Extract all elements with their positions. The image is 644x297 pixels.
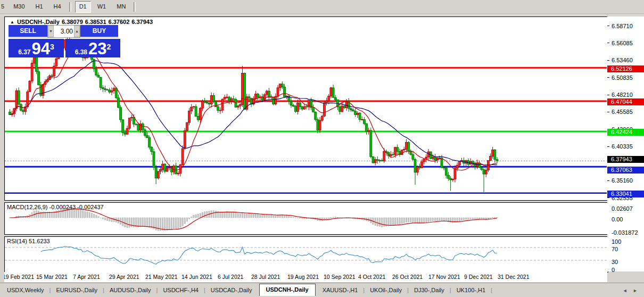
chart-tab-eurusd-daily[interactable]: EURUSD-,Daily <box>51 285 103 296</box>
price-scale-label: 6.53460 <box>612 57 633 63</box>
candle-body <box>403 149 405 150</box>
tab-scroll-arrows[interactable]: ◄ ► <box>623 286 644 296</box>
macd-bar <box>98 217 99 218</box>
candle-body <box>418 167 420 168</box>
chart-tab-audusd-daily[interactable]: AUDUSD-,Daily <box>104 285 156 296</box>
candle-body <box>53 66 55 76</box>
volume-input[interactable] <box>54 26 74 37</box>
macd-bar <box>470 218 471 219</box>
price-scale-label: 6.45585 <box>612 109 633 115</box>
macd-bar <box>474 218 475 219</box>
ohlc-high: 6.38531 <box>85 19 106 25</box>
volume-increase-button[interactable]: ▲ <box>74 26 80 37</box>
candle-body <box>153 152 155 168</box>
macd-bar <box>151 218 152 228</box>
candle-body <box>31 63 33 81</box>
chart-tab-usdx-weekly[interactable]: USDX,Weekly <box>2 285 49 296</box>
macd-indicator-panel[interactable]: MACD(12,26,9) -0.000243 -0.002437 <box>4 202 608 235</box>
chart-tab-xauusd-h1[interactable]: XAUUSD-,H1 <box>317 285 364 296</box>
macd-bar <box>138 218 139 227</box>
trading-platform-window: 5M30H1H4D1W1MN ▲USDCNH-,Daily6.380796.38… <box>0 0 644 297</box>
macd-bar <box>472 218 473 219</box>
trade-panel-top-row: SELL ▼ ▲ BUY <box>9 25 120 38</box>
macd-bar <box>85 211 86 218</box>
macd-bar <box>459 218 460 221</box>
volume-decrease-button[interactable]: ▼ <box>48 26 54 37</box>
chart-tab-uk100-h1[interactable]: UK100-,H1 <box>451 285 491 296</box>
buy-button[interactable]: BUY <box>80 25 118 38</box>
macd-bar <box>204 212 205 218</box>
macd-bar <box>399 218 400 224</box>
macd-bar <box>191 217 192 218</box>
candle-body <box>312 108 315 112</box>
price-badge: 6.33041 <box>607 191 644 197</box>
candle-body <box>109 90 111 92</box>
candle-body <box>208 103 210 104</box>
candle-body <box>490 156 492 160</box>
candle-body <box>421 162 423 168</box>
timeframe-button-d1[interactable]: D1 <box>75 1 91 13</box>
macd-bar <box>242 212 243 218</box>
macd-bar <box>488 218 489 219</box>
chart-tab-usdcad-daily[interactable]: USDCAD-,Daily <box>205 285 258 296</box>
buy-price-prefix: 6.38 <box>75 48 87 56</box>
candle-body <box>485 170 487 174</box>
candle-body <box>210 95 212 104</box>
timeframe-button-w1[interactable]: W1 <box>93 1 111 13</box>
macd-bar <box>113 218 114 222</box>
chart-tab-usdcnh-daily[interactable]: USDCNH-,Daily <box>259 284 316 296</box>
price-scale-label: 6.35160 <box>612 177 633 184</box>
price-scale-tick <box>607 95 609 95</box>
tab-separator: | <box>491 285 492 296</box>
timeframe-button-h1[interactable]: H1 <box>31 1 47 13</box>
candle-body <box>275 96 277 104</box>
collapse-triangle-icon[interactable]: ▲ <box>10 20 14 24</box>
rsi-indicator-panel[interactable]: RSI(14) 51.6233 <box>4 236 608 273</box>
candle-body <box>432 157 434 159</box>
timeframe-button-h4[interactable]: H4 <box>49 1 65 13</box>
candle-body <box>137 125 139 130</box>
candle-body <box>361 119 363 120</box>
price-scale-column[interactable]: 6.587106.560856.534606.508356.482106.455… <box>607 16 644 271</box>
candle-body <box>423 159 425 162</box>
price-scale-tick <box>607 112 609 112</box>
date-axis-label: 19 Aug 2021 <box>287 274 319 280</box>
timeframe-button-mn[interactable]: MN <box>112 1 130 13</box>
chart-tab-ukoil-daily[interactable]: UKOil-,Daily <box>365 285 407 296</box>
chart-tab-dj30-daily[interactable]: DJ30-,Daily <box>409 285 450 296</box>
macd-bar <box>186 218 187 221</box>
price-badge: 6.37063 <box>607 167 644 174</box>
sell-button[interactable]: SELL <box>9 25 47 38</box>
candle-body <box>115 88 117 98</box>
macd-bar <box>220 212 221 218</box>
macd-scale-label: 0.02607 <box>612 205 633 212</box>
date-axis[interactable]: 19 Feb 202115 Mar 20217 Apr 202129 Apr 2… <box>4 272 607 282</box>
candle-body <box>405 142 407 149</box>
macd-bar <box>415 218 416 223</box>
candle-body <box>237 106 239 107</box>
candle-body <box>350 109 352 110</box>
candle-body <box>148 138 151 147</box>
macd-bar <box>106 218 108 221</box>
ohlc-open: 6.38079 <box>62 19 83 25</box>
timeframe-button-5[interactable]: 5 <box>0 1 7 13</box>
candle-body <box>345 101 348 108</box>
date-axis-label: 21 May 2021 <box>145 274 178 280</box>
timeframe-button-m30[interactable]: M30 <box>9 1 29 13</box>
macd-label: MACD(12,26,9) -0.000243 -0.002437 <box>7 204 104 210</box>
macd-bar <box>457 218 458 221</box>
macd-bar <box>38 211 39 218</box>
candle-body <box>315 112 317 119</box>
macd-bar <box>275 216 276 218</box>
candle-body <box>102 88 104 89</box>
candle-body <box>365 123 367 131</box>
main-price-panel[interactable]: ▲USDCNH-,Daily6.380796.385316.376026.379… <box>4 16 608 201</box>
sell-price-display[interactable]: 6.37943 <box>9 39 64 57</box>
macd-bar <box>388 218 389 226</box>
candle-body <box>416 167 418 172</box>
chart-tab-usdchf-h4[interactable]: USDCHF-,H4 <box>158 285 204 296</box>
candle-body <box>117 98 119 108</box>
date-axis-label: 26 Oct 2021 <box>392 274 423 280</box>
macd-bar <box>215 211 216 218</box>
buy-price-display[interactable]: 6.38232 <box>65 39 120 57</box>
